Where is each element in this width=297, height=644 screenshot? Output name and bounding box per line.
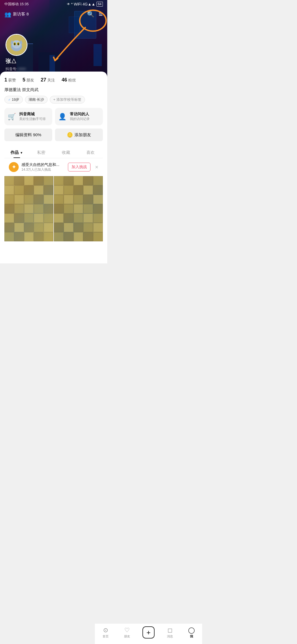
- hero-section: 中国移动 15:35 👁 * WiFi 4G▲▲ 64 👥 新访客 8 🔍 ≡: [0, 0, 107, 77]
- tab-private[interactable]: 私密: [29, 147, 54, 158]
- tab-likes[interactable]: 喜欢: [78, 147, 103, 158]
- visitor-icon: 👥: [4, 11, 11, 18]
- carrier-time: 中国移动 15:35: [4, 2, 29, 7]
- tag-gender-age[interactable]: ♂ 19岁: [4, 96, 23, 103]
- tags-row: ♂ 19岁 湖南·长沙 + 添加学校等标签: [4, 96, 103, 103]
- main-card: 1 获赞 5 朋友 27 关注 46 粉丝 厚德重法 崇文尚武 ♂ 19岁: [0, 72, 107, 263]
- video-thumb-1[interactable]: [4, 176, 53, 241]
- coin-icon: 🪙: [67, 132, 73, 138]
- avatar[interactable]: [6, 34, 28, 56]
- battery-icon: 64: [97, 2, 103, 7]
- challenge-banner: ✦ 感受大自然的气息和... 14.3万人已加入挑战 加入挑战 ✕: [4, 158, 103, 176]
- cart-icon: 🛒: [8, 113, 16, 121]
- challenge-icon: ✦: [9, 162, 19, 172]
- svg-point-6: [14, 43, 15, 45]
- bio-text: 厚德重法 崇文尚武: [4, 87, 103, 92]
- douyin-mall-card[interactable]: 🛒 抖音商城 美好生活触手可得: [4, 108, 52, 125]
- profile-name: 张△: [6, 58, 28, 65]
- add-friend-button[interactable]: 🪙 添加朋友: [55, 129, 103, 141]
- video-grid: [4, 176, 103, 241]
- close-challenge-icon[interactable]: ✕: [95, 165, 98, 170]
- action-buttons: 编辑资料 90% 🪙 添加朋友: [4, 129, 103, 141]
- new-visitor-badge[interactable]: 👥 新访客 8: [4, 11, 29, 18]
- stat-likes[interactable]: 1 获赞: [4, 77, 16, 83]
- tag-location[interactable]: 湖南·长沙: [25, 96, 48, 103]
- quick-actions: 🛒 抖音商城 美好生活触手可得 👤 常访问的人 我的访问记录: [4, 108, 103, 125]
- bluetooth-icon: *: [71, 2, 73, 6]
- stat-followers[interactable]: 46 粉丝: [62, 77, 76, 83]
- stats-row: 1 获赞 5 朋友 27 关注 46 粉丝: [4, 77, 103, 83]
- search-icon[interactable]: 🔍: [87, 11, 94, 18]
- tag-add-school[interactable]: + 添加学校等标签: [50, 96, 85, 103]
- tab-favorites[interactable]: 收藏: [54, 147, 78, 158]
- signal-icon: 4G▲▲: [82, 2, 95, 6]
- stat-following[interactable]: 27 关注: [41, 77, 55, 83]
- svg-point-8: [16, 45, 17, 46]
- person-icon: 👤: [58, 113, 67, 121]
- stat-friends[interactable]: 5 朋友: [23, 77, 34, 83]
- profile-id: 抖音号: ••••••: [6, 67, 28, 72]
- frequent-visitors-card[interactable]: 👤 常访问的人 我的访问记录: [55, 108, 103, 125]
- join-challenge-button[interactable]: 加入挑战: [68, 163, 90, 171]
- svg-point-7: [18, 43, 19, 45]
- edit-profile-button[interactable]: 编辑资料 90%: [4, 129, 52, 141]
- menu-icon[interactable]: ≡: [99, 10, 103, 18]
- status-bar: 中国移动 15:35 👁 * WiFi 4G▲▲ 64: [0, 0, 107, 8]
- wifi-icon: WiFi: [74, 2, 81, 6]
- tab-works[interactable]: 作品 ▼: [4, 147, 29, 158]
- top-nav: 👥 新访客 8 🔍 ≡: [0, 10, 107, 18]
- profile-hero: 张△ 抖音号: ••••••: [6, 34, 28, 72]
- challenge-text: 感受大自然的气息和... 14.3万人已加入挑战: [21, 162, 65, 172]
- eye-icon: 👁: [67, 2, 70, 6]
- svg-point-3: [12, 40, 21, 48]
- video-thumb-2[interactable]: [54, 176, 103, 241]
- tabs-row: 作品 ▼ 私密 收藏 喜欢: [4, 147, 103, 158]
